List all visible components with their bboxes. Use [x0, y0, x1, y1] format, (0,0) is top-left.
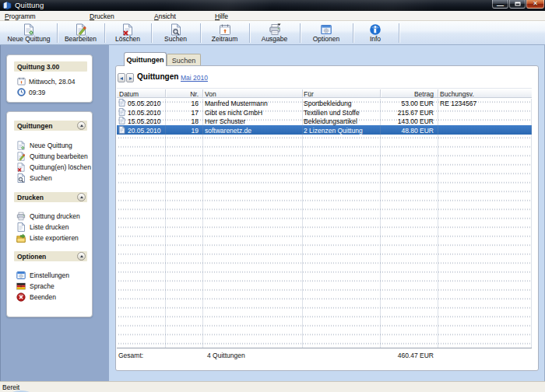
- table-grid: [117, 99, 532, 348]
- document-new-icon: [16, 141, 26, 150]
- quit-icon: [16, 292, 26, 302]
- clock-icon: [17, 88, 26, 96]
- document-edit-icon: [75, 23, 87, 36]
- info-panel-header: Quittung 3.00: [14, 61, 87, 72]
- document-delete-icon: [121, 23, 134, 36]
- column-header-fuer[interactable]: Für: [304, 90, 314, 98]
- info-icon: [369, 23, 382, 36]
- maximize-button[interactable]: [509, 0, 526, 9]
- current-time: 09:39: [29, 89, 45, 96]
- collapse-optionen-button[interactable]: [77, 252, 86, 261]
- minimize-button[interactable]: —: [492, 0, 508, 9]
- table-header: Datum Nr. Von Für Betrag Buchungsv.: [117, 88, 532, 98]
- receipts-table: Datum Nr. Von Für Betrag Buchungsv.: [117, 66, 532, 372]
- search-icon: [16, 173, 26, 183]
- calendar-icon: [219, 23, 231, 36]
- receipts-panel: Quittungen Mai 2010 Datum Nr. Von Für Be…: [115, 65, 539, 371]
- tab-quittungen[interactable]: Quittungen: [124, 52, 167, 66]
- summary-divider: [117, 348, 532, 348]
- app-window: Quittung — ✕ Programm Drucken Ansicht Hi…: [0, 0, 545, 392]
- settings-window-icon: [16, 271, 26, 280]
- table-row-selected[interactable]: 20.05.2010 19 softwarenetz.de 2 Lizenzen…: [117, 125, 532, 135]
- menu-drucken[interactable]: Drucken: [90, 12, 114, 20]
- sidebar: Quittung 3.00 Mittwoch, 28.04 09:39 Quit…: [0, 45, 109, 381]
- document-search-icon: [170, 23, 182, 36]
- toolbar-search-button[interactable]: Suchen: [152, 22, 199, 44]
- content-area: Quittung 3.00 Mittwoch, 28.04 09:39 Quit…: [0, 45, 545, 381]
- calendar-small-icon: [17, 77, 26, 86]
- menu-ansicht[interactable]: Ansicht: [154, 12, 176, 20]
- menu-programm[interactable]: Programm: [5, 12, 36, 20]
- summary-label: Gesamt:: [118, 352, 143, 359]
- titlebar: Quittung — ✕: [0, 0, 545, 11]
- tab-suchen[interactable]: Suchen: [167, 54, 201, 65]
- document-icon: [16, 222, 26, 232]
- sidebar-nav-panel: Quittungen Neue Quittung Quittung bearbe…: [6, 111, 93, 317]
- section-header-quittungen: Quittungen: [14, 121, 87, 131]
- current-date: Mittwoch, 28.04: [29, 78, 76, 86]
- section-header-optionen: Optionen: [14, 251, 87, 261]
- column-header-buchungsv[interactable]: Buchungsv.: [440, 90, 474, 98]
- toolbar-edit-button[interactable]: Bearbeiten: [58, 22, 104, 44]
- table-row[interactable]: 05.05.2010 16 Manfred Mustermann Sportbe…: [117, 99, 532, 108]
- toolbar-new-receipt-button[interactable]: Neue Quittung: [2, 22, 56, 44]
- german-flag-icon: [16, 282, 26, 291]
- printer-dropdown-icon: [269, 23, 281, 36]
- column-header-betrag[interactable]: Betrag: [380, 90, 434, 98]
- export-icon: [16, 233, 26, 243]
- document-delete-icon: [16, 163, 26, 172]
- table-row[interactable]: 10.05.2010 17 Gibt es nicht GmbH Textili…: [117, 107, 532, 117]
- main-area: Quittungen Suchen Quittungen Mai 2010 Da…: [109, 45, 545, 381]
- receipt-icon: [118, 99, 125, 107]
- receipt-icon: [118, 108, 125, 117]
- statusbar: Bereit: [0, 381, 545, 392]
- receipt-icon: [118, 126, 125, 135]
- menu-hilfe[interactable]: Hilfe: [215, 12, 228, 20]
- printer-icon: [16, 212, 26, 221]
- section-header-drucken: Drucken: [14, 192, 87, 202]
- window-title: Quittung: [15, 1, 44, 9]
- close-button[interactable]: ✕: [526, 0, 544, 9]
- toolbar-delete-button[interactable]: Löschen: [105, 22, 150, 44]
- summary-total: 460.47 EUR: [350, 352, 434, 359]
- column-header-von[interactable]: Von: [205, 90, 216, 98]
- summary-row: Gesamt: 4 Quittungen 460.47 EUR: [117, 352, 532, 361]
- table-row[interactable]: 15.05.2010 18 Herr Schuster Bekleidungsa…: [117, 117, 532, 126]
- summary-count: 4 Quittungen: [207, 352, 245, 359]
- collapse-drucken-button[interactable]: [77, 193, 86, 201]
- sidebar-info-panel: Quittung 3.00 Mittwoch, 28.04 09:39: [6, 54, 93, 103]
- receipt-icon: [118, 117, 125, 125]
- menubar: Programm Drucken Ansicht Hilfe: [0, 11, 545, 21]
- toolbar-info-button[interactable]: Info: [353, 22, 397, 44]
- toolbar-options-button[interactable]: Optionen: [301, 22, 352, 44]
- column-header-datum[interactable]: Datum: [119, 90, 139, 98]
- app-icon: [2, 1, 12, 10]
- collapse-quittungen-button[interactable]: [77, 121, 86, 130]
- app-version-label: Quittung 3.00: [17, 63, 59, 71]
- toolbar-period-button[interactable]: Zeitraum: [201, 22, 248, 44]
- toolbar-output-button[interactable]: Ausgabe: [250, 22, 299, 44]
- document-new-icon: [23, 23, 35, 36]
- column-header-nr[interactable]: Nr.: [165, 90, 199, 98]
- document-edit-icon: [16, 152, 26, 161]
- options-window-icon: [320, 23, 332, 36]
- toolbar: Neue Quittung Bearbeiten Löschen Suchen …: [0, 21, 545, 45]
